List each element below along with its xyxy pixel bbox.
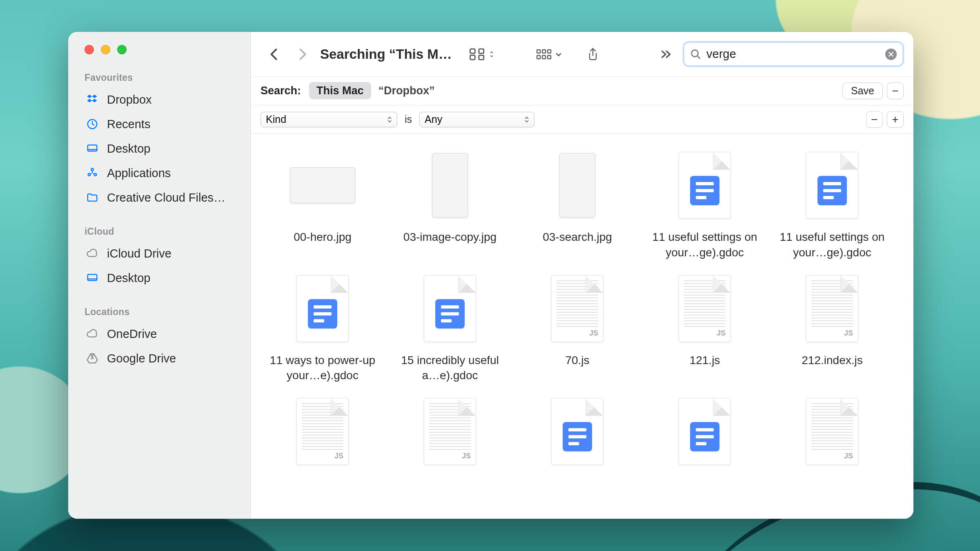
file-item[interactable]: JS bbox=[768, 398, 896, 475]
file-name: 00-hero.jpg bbox=[294, 229, 352, 245]
file-item[interactable]: JS bbox=[386, 398, 514, 475]
svg-rect-17 bbox=[548, 50, 551, 53]
search-scope-this-mac[interactable]: This Mac bbox=[309, 82, 371, 99]
clear-search-button[interactable] bbox=[885, 49, 897, 60]
file-thumbnail: JS bbox=[290, 398, 355, 465]
sidebar-item-icloud-drive[interactable]: iCloud Drive bbox=[68, 241, 250, 266]
svg-rect-13 bbox=[470, 55, 475, 60]
search-scope-bar: Search: This Mac“Dropbox” Save − bbox=[251, 76, 913, 105]
forward-button[interactable] bbox=[295, 47, 310, 62]
sidebar-item-applications[interactable]: Applications bbox=[68, 161, 250, 185]
desktop-icon bbox=[85, 272, 99, 284]
zoom-window-button[interactable] bbox=[117, 45, 127, 54]
group-by-button[interactable] bbox=[536, 47, 562, 61]
sidebar-item-desktop[interactable]: Desktop bbox=[68, 136, 250, 161]
file-thumbnail bbox=[290, 275, 355, 342]
svg-rect-1 bbox=[88, 145, 97, 151]
search-scope-label: Search: bbox=[261, 84, 301, 97]
results-grid[interactable]: 00-hero.jpg03-image-copy.jpg03-search.jp… bbox=[251, 134, 913, 519]
search-scope-dropbox[interactable]: “Dropbox” bbox=[371, 82, 442, 99]
file-item[interactable]: 15 incredibly useful a…e).gdoc bbox=[386, 275, 514, 384]
criteria-attribute-label: Kind bbox=[266, 113, 286, 125]
svg-rect-15 bbox=[537, 50, 540, 53]
file-name: 03-search.jpg bbox=[543, 229, 612, 245]
cloud-icon bbox=[85, 328, 99, 340]
search-field[interactable] bbox=[684, 42, 903, 66]
criteria-operator-label: is bbox=[405, 113, 412, 125]
file-item[interactable]: 00-hero.jpg bbox=[259, 152, 386, 260]
sidebar-item-recents[interactable]: Recents bbox=[68, 112, 250, 136]
file-thumbnail bbox=[290, 152, 355, 219]
sidebar-item-desktop[interactable]: Desktop bbox=[68, 266, 250, 290]
file-item[interactable] bbox=[514, 398, 641, 475]
file-name: 15 incredibly useful a…e).gdoc bbox=[393, 353, 507, 384]
main-pane: Searching “This M… bbox=[251, 32, 913, 519]
save-search-button[interactable]: Save bbox=[842, 82, 883, 99]
window-controls bbox=[68, 45, 250, 54]
chevron-down-icon bbox=[555, 51, 562, 58]
svg-line-23 bbox=[697, 56, 700, 58]
sidebar-item-onedrive[interactable]: OneDrive bbox=[68, 322, 250, 346]
file-thumbnail: JS bbox=[545, 275, 610, 342]
file-thumbnail: JS bbox=[800, 398, 865, 465]
criteria-attribute-dropdown[interactable]: Kind bbox=[261, 112, 397, 127]
share-button[interactable] bbox=[585, 47, 601, 61]
file-thumbnail bbox=[800, 152, 865, 219]
toolbar: Searching “This M… bbox=[251, 32, 913, 76]
file-name: 03-image-copy.jpg bbox=[403, 229, 497, 245]
toolbar-overflow-button[interactable] bbox=[658, 49, 673, 60]
criteria-value-label: Any bbox=[425, 113, 442, 125]
file-item[interactable]: 11 useful settings on your…ge).gdoc bbox=[768, 152, 896, 260]
file-name: 121.js bbox=[690, 353, 720, 368]
file-item[interactable] bbox=[641, 398, 768, 475]
sidebar-section-heading: Favourites bbox=[68, 72, 250, 87]
minimize-window-button[interactable] bbox=[101, 45, 110, 54]
file-item[interactable]: 11 useful settings on your…ge).gdoc bbox=[641, 152, 768, 260]
svg-rect-19 bbox=[542, 56, 546, 59]
sidebar-item-label: Google Drive bbox=[107, 352, 176, 365]
clock-icon bbox=[85, 118, 99, 130]
sidebar-item-creative-cloud-files[interactable]: Creative Cloud Files… bbox=[68, 185, 250, 210]
gdrive-icon bbox=[85, 352, 99, 364]
file-item[interactable]: 03-search.jpg bbox=[514, 152, 641, 260]
file-item[interactable]: JS121.js bbox=[641, 275, 768, 384]
apps-icon bbox=[85, 167, 99, 179]
file-name: 11 useful settings on your…ge).gdoc bbox=[775, 229, 889, 260]
sidebar-item-label: Applications bbox=[107, 167, 171, 180]
svg-rect-11 bbox=[470, 49, 475, 53]
file-thumbnail: JS bbox=[417, 398, 483, 465]
add-criteria-button[interactable]: + bbox=[887, 111, 904, 128]
svg-rect-6 bbox=[88, 274, 97, 280]
dropbox-icon bbox=[85, 93, 99, 106]
search-input[interactable] bbox=[706, 47, 880, 61]
sidebar-section-heading: Locations bbox=[68, 307, 250, 322]
close-window-button[interactable] bbox=[85, 45, 94, 54]
file-item[interactable]: 11 ways to power-up your…e).gdoc bbox=[259, 275, 386, 384]
file-thumbnail bbox=[417, 152, 483, 219]
remove-criteria-button[interactable]: − bbox=[866, 111, 883, 128]
file-item[interactable]: 03-image-copy.jpg bbox=[386, 152, 514, 260]
file-thumbnail bbox=[672, 398, 737, 465]
sidebar-item-dropbox[interactable]: Dropbox bbox=[68, 87, 250, 112]
file-item[interactable]: JS70.js bbox=[514, 275, 641, 384]
view-as-icons-button[interactable] bbox=[469, 47, 495, 61]
criteria-value-dropdown[interactable]: Any bbox=[419, 112, 535, 127]
chevron-updown-icon bbox=[524, 116, 529, 123]
remove-scope-button[interactable]: − bbox=[887, 82, 904, 99]
svg-rect-18 bbox=[537, 56, 540, 59]
svg-rect-12 bbox=[479, 49, 483, 53]
file-item[interactable]: JS bbox=[259, 398, 386, 475]
back-button[interactable] bbox=[267, 47, 282, 62]
file-name: 11 ways to power-up your…e).gdoc bbox=[265, 353, 380, 384]
file-item[interactable]: JS212.index.js bbox=[768, 275, 896, 384]
sidebar-item-google-drive[interactable]: Google Drive bbox=[68, 346, 250, 371]
sidebar: FavouritesDropboxRecentsDesktopApplicati… bbox=[68, 32, 251, 519]
sidebar-section-heading: iCloud bbox=[68, 226, 250, 241]
file-thumbnail: JS bbox=[800, 275, 865, 342]
file-name: 70.js bbox=[565, 353, 589, 368]
nav-arrows bbox=[267, 47, 310, 62]
chevron-updown-icon bbox=[488, 51, 495, 58]
cloud-icon bbox=[85, 247, 99, 260]
window-title: Searching “This M… bbox=[320, 47, 452, 62]
sidebar-item-label: Desktop bbox=[107, 271, 150, 285]
